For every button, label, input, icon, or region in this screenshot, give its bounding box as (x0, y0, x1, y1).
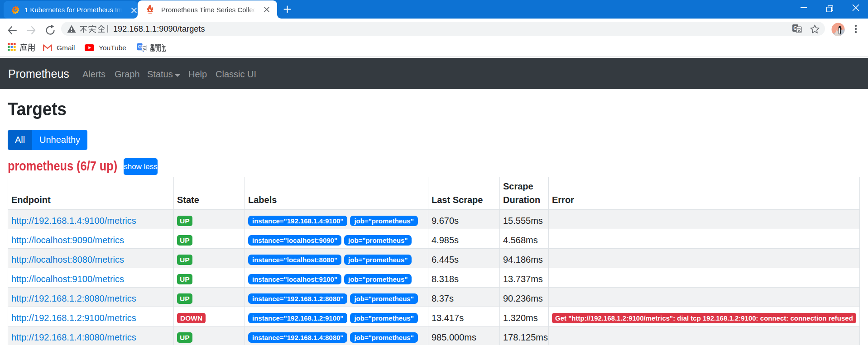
svg-text:G: G (138, 44, 142, 49)
